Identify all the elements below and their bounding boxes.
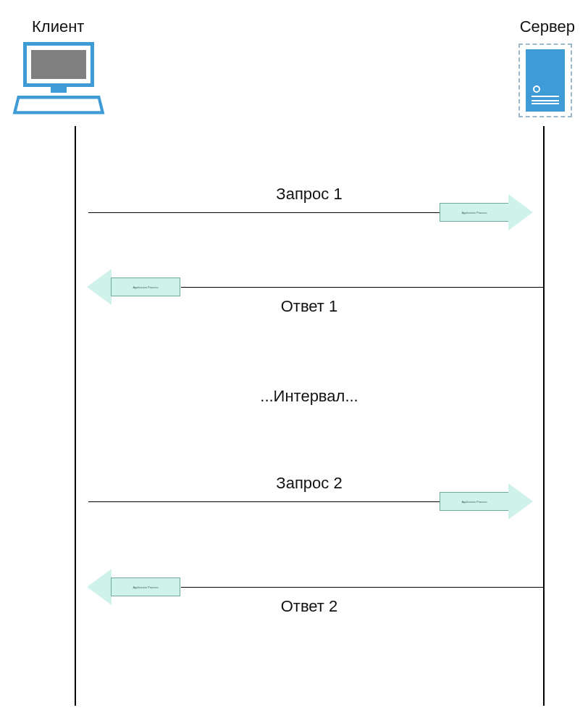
diagram-canvas: Клиент Сервер Запрос 1 Application Proce… bbox=[0, 0, 588, 713]
monitor-icon bbox=[23, 42, 94, 87]
interval-label: ...Интервал... bbox=[260, 387, 358, 406]
arrow-small-text: Application Process bbox=[461, 211, 487, 214]
client-lifeline bbox=[75, 126, 76, 706]
arrow-shaft: Application Process bbox=[111, 578, 180, 596]
arrow-head-icon bbox=[87, 569, 112, 605]
server-vent-lines bbox=[532, 96, 559, 107]
arrow-head-icon bbox=[508, 194, 533, 230]
response1-line bbox=[181, 287, 544, 288]
request1-arrow-icon: Application Process bbox=[440, 194, 534, 230]
server-lifeline bbox=[543, 126, 545, 706]
arrow-head-icon bbox=[508, 483, 533, 520]
server-icon bbox=[518, 43, 572, 117]
server-body bbox=[526, 49, 565, 112]
client-label: Клиент bbox=[32, 17, 84, 36]
arrow-shaft: Application Process bbox=[440, 203, 509, 222]
monitor-screen bbox=[31, 50, 86, 79]
arrow-shaft: Application Process bbox=[111, 278, 180, 296]
response2-line bbox=[181, 587, 544, 588]
arrow-head-icon bbox=[87, 269, 112, 305]
server-led-icon bbox=[533, 86, 540, 93]
request1-label: Запрос 1 bbox=[276, 185, 342, 204]
response2-arrow-icon: Application Process bbox=[87, 569, 181, 605]
client-computer-icon bbox=[14, 42, 103, 118]
request1-line bbox=[88, 212, 440, 213]
monitor-stand bbox=[51, 87, 67, 93]
response1-arrow-icon: Application Process bbox=[87, 269, 181, 305]
request2-line bbox=[88, 501, 440, 502]
request2-arrow-icon: Application Process bbox=[440, 483, 534, 520]
request2-label: Запрос 2 bbox=[276, 474, 342, 493]
response1-label: Ответ 1 bbox=[281, 297, 338, 316]
arrow-small-text: Application Process bbox=[133, 585, 158, 589]
response2-label: Ответ 2 bbox=[281, 597, 338, 616]
keyboard-icon bbox=[13, 96, 105, 114]
arrow-small-text: Application Process bbox=[133, 285, 158, 289]
arrow-small-text: Application Process bbox=[461, 500, 487, 504]
arrow-shaft: Application Process bbox=[440, 492, 509, 511]
server-label: Сервер bbox=[520, 17, 575, 36]
